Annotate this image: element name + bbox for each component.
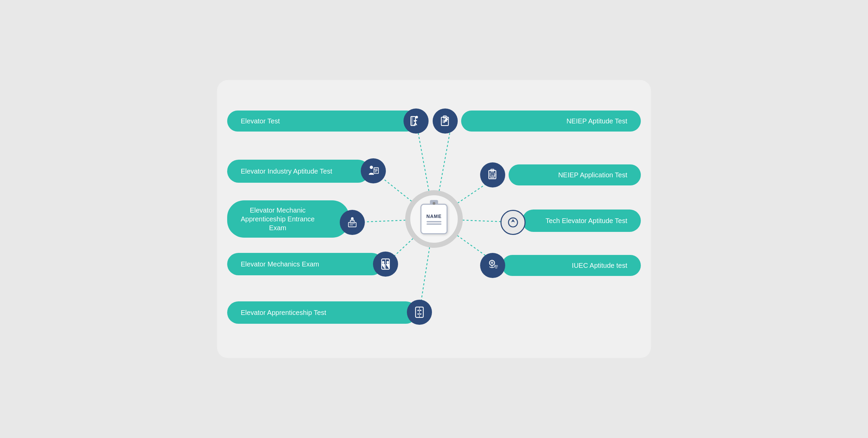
- pill-elevator-test: Elevator Test: [227, 111, 417, 132]
- icon-industry-aptitude: [361, 158, 386, 183]
- tech-elevator-label: Tech Elevator Aptitude Test: [546, 216, 627, 225]
- svg-point-51: [494, 265, 495, 266]
- svg-point-52: [494, 266, 495, 267]
- icon-neiep-aptitude: [433, 108, 458, 134]
- svg-rect-31: [443, 116, 447, 118]
- svg-point-13: [370, 166, 373, 169]
- arrow-circle-icon: [507, 216, 519, 229]
- svg-rect-38: [491, 169, 494, 172]
- pill-industry-aptitude: Elevator Industry Aptitude Test: [227, 160, 370, 183]
- badge-label: NAME: [426, 214, 441, 219]
- head-checklist-icon: [486, 259, 499, 272]
- icon-elevator-test: [403, 108, 429, 134]
- badge-line-1: [427, 221, 441, 222]
- center-inner: NAME: [410, 195, 458, 243]
- pill-tech-elevator: Tech Elevator Aptitude Test: [522, 210, 641, 232]
- icon-iuec-aptitude: [480, 253, 505, 278]
- center-node: NAME: [405, 190, 463, 248]
- icon-mechanics-exam: [373, 252, 398, 277]
- svg-point-25: [382, 261, 384, 263]
- pill-mechanic-entrance: Elevator MechanicApprenticeship Entrance…: [227, 200, 349, 238]
- industry-aptitude-label: Elevator Industry Aptitude Test: [241, 167, 332, 176]
- svg-point-18: [374, 169, 375, 170]
- pill-iuec-aptitude: IUEC Aptitude test: [502, 255, 641, 276]
- pill-apprenticeship-test: Elevator Apprenticeship Test: [227, 301, 417, 324]
- svg-text:TEST: TEST: [491, 174, 496, 177]
- neiep-aptitude-label: NEIEP Aptitude Test: [567, 117, 627, 125]
- neiep-application-label: NEIEP Application Test: [558, 171, 627, 179]
- badge-line-2: [427, 223, 441, 225]
- person-checklist-icon: [367, 164, 380, 177]
- icon-mechanic-entrance: [340, 210, 365, 235]
- svg-rect-20: [349, 222, 356, 227]
- mechanic-work-icon: [346, 216, 359, 229]
- svg-point-26: [387, 261, 389, 263]
- pill-neiep-aptitude: NEIEP Aptitude Test: [461, 111, 641, 132]
- clipboard-check-icon: [439, 115, 452, 127]
- badge-decoration: [427, 221, 441, 225]
- clipboard-test-icon: TEST: [486, 168, 499, 181]
- door-person-icon: [410, 115, 422, 127]
- iuec-aptitude-label: IUEC Aptitude test: [572, 261, 627, 270]
- elevator-person-icon: [379, 258, 392, 271]
- pill-mechanics-exam: Elevator Mechanics Exam: [227, 253, 383, 275]
- svg-rect-11: [411, 117, 413, 126]
- apprenticeship-test-label: Elevator Apprenticeship Test: [241, 308, 326, 317]
- mechanics-exam-label: Elevator Mechanics Exam: [241, 260, 319, 268]
- elevator-buttons-icon: [413, 306, 426, 319]
- icon-apprenticeship-test: [407, 300, 432, 325]
- elevator-test-label: Elevator Test: [241, 117, 280, 125]
- name-badge: NAME: [420, 204, 448, 234]
- icon-tech-elevator: [500, 210, 526, 235]
- mechanic-entrance-label: Elevator MechanicApprenticeship Entrance…: [241, 206, 315, 232]
- icon-neiep-application: TEST: [480, 162, 505, 187]
- diagram-container: NAME Elevator Test Elevator Industry Apt…: [217, 80, 651, 358]
- pill-neiep-application: NEIEP Application Test: [509, 164, 641, 185]
